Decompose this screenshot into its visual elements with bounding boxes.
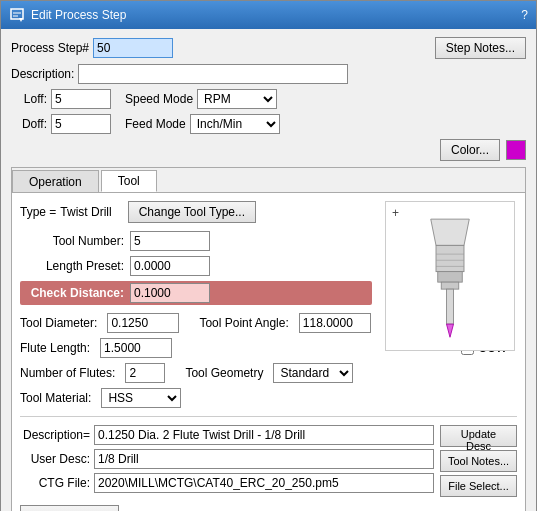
dialog-title: Edit Process Step (31, 8, 126, 22)
loff-speed-row: Loff: Speed Mode RPM SFM SMM (11, 89, 526, 109)
desc-area: Description= User Desc: CTG File: (20, 425, 517, 497)
process-step-row: Process Step# Step Notes... (11, 37, 526, 59)
svg-marker-3 (19, 18, 23, 22)
choose-tool-container: Choose Tool... (20, 505, 517, 511)
svg-rect-7 (441, 282, 459, 289)
flute-length-label: Flute Length: (20, 341, 90, 355)
check-distance-row: Check Distance: (20, 281, 372, 305)
type-value: Twist Drill (60, 205, 111, 219)
file-select-button[interactable]: File Select... (440, 475, 517, 497)
description-section: Description= User Desc: CTG File: (20, 416, 517, 497)
tool-material-select[interactable]: HSS Carbide Cobalt (101, 388, 181, 408)
description-row: Description: (11, 64, 526, 84)
type-label: Type = (20, 205, 56, 219)
tool-point-angle-label: Tool Point Angle: (199, 316, 288, 330)
tabs-container: Operation Tool + (11, 167, 526, 511)
tool-geometry-select[interactable]: Standard Custom (273, 363, 353, 383)
tool-diagram (390, 206, 510, 346)
tab-header: Operation Tool (12, 168, 525, 193)
loff-input[interactable] (51, 89, 111, 109)
process-step-label: Process Step# (11, 41, 89, 55)
process-step-input[interactable] (93, 38, 173, 58)
num-flutes-label: Number of Flutes: (20, 366, 115, 380)
tab-tool[interactable]: Tool (101, 170, 157, 192)
desc-fields: Description= User Desc: CTG File: (20, 425, 434, 493)
flute-length-input[interactable] (100, 338, 172, 358)
color-row: Color... (11, 139, 526, 161)
choose-tool-button[interactable]: Choose Tool... (20, 505, 119, 511)
ctg-file-label: CTG File: (20, 476, 90, 490)
user-desc-input[interactable] (94, 449, 434, 469)
plus-sign: + (392, 206, 399, 220)
svg-marker-9 (447, 324, 454, 337)
length-preset-row: Length Preset: (20, 256, 372, 276)
num-flutes-input[interactable] (125, 363, 165, 383)
feed-mode-label: Feed Mode (125, 117, 186, 131)
description-input[interactable] (78, 64, 348, 84)
tool-notes-button[interactable]: Tool Notes... (440, 450, 517, 472)
tool-diameter-label: Tool Diameter: (20, 316, 97, 330)
dialog-body: Process Step# Step Notes... Description:… (1, 29, 536, 511)
tool-fields-area: Type = Twist Drill Change Tool Type... T… (20, 201, 372, 305)
svg-rect-8 (447, 289, 454, 324)
length-preset-input[interactable] (130, 256, 210, 276)
ctg-file-input[interactable] (94, 473, 434, 493)
svg-rect-5 (436, 245, 464, 271)
svg-rect-0 (11, 9, 23, 19)
tool-material-label: Tool Material: (20, 391, 91, 405)
change-tool-type-button[interactable]: Change Tool Type... (128, 201, 256, 223)
material-row: Tool Material: HSS Carbide Cobalt (20, 388, 517, 408)
tool-desc-input[interactable] (94, 425, 434, 445)
speed-mode-label: Speed Mode (125, 92, 193, 106)
tool-geometry-label: Tool Geometry (185, 366, 263, 380)
doff-input[interactable] (51, 114, 111, 134)
tool-diameter-input[interactable] (107, 313, 179, 333)
color-button[interactable]: Color... (440, 139, 500, 161)
doff-label: Doff: (11, 117, 47, 131)
tool-point-angle-input[interactable] (299, 313, 371, 333)
user-desc-row: User Desc: (20, 449, 434, 469)
length-preset-label: Length Preset: (20, 259, 130, 273)
flutes-geometry-row: Number of Flutes: Tool Geometry Standard… (20, 363, 517, 383)
dialog-icon (9, 7, 25, 23)
tool-number-row: Tool Number: (20, 231, 372, 251)
doff-feed-row: Doff: Feed Mode Inch/Min mm/Min IPR (11, 114, 526, 134)
description-label: Description: (11, 67, 74, 81)
desc-side-buttons: Update Desc Tool Notes... File Select... (440, 425, 517, 497)
check-distance-input[interactable] (130, 283, 210, 303)
tool-desc-label: Description= (20, 428, 90, 442)
title-bar-left: Edit Process Step (9, 7, 126, 23)
edit-process-step-dialog: Edit Process Step ? Process Step# Step N… (0, 0, 537, 511)
svg-rect-6 (438, 272, 463, 283)
title-bar: Edit Process Step ? (1, 1, 536, 29)
tool-tab-content: + (12, 193, 525, 511)
tool-preview-panel: + (385, 201, 515, 351)
tool-number-input[interactable] (130, 231, 210, 251)
tool-number-label: Tool Number: (20, 234, 130, 248)
loff-label: Loff: (11, 92, 47, 106)
desc-value-row: Description= (20, 425, 434, 445)
update-desc-button[interactable]: Update Desc (440, 425, 517, 447)
type-row: Type = Twist Drill Change Tool Type... (20, 201, 372, 223)
feed-mode-select[interactable]: Inch/Min mm/Min IPR (190, 114, 280, 134)
speed-mode-select[interactable]: RPM SFM SMM (197, 89, 277, 109)
svg-marker-4 (431, 219, 470, 245)
ctg-file-row: CTG File: (20, 473, 434, 493)
help-button[interactable]: ? (521, 8, 528, 22)
color-swatch[interactable] (506, 140, 526, 160)
user-desc-label: User Desc: (20, 452, 90, 466)
step-notes-button[interactable]: Step Notes... (435, 37, 526, 59)
tab-operation[interactable]: Operation (12, 170, 99, 192)
check-distance-label: Check Distance: (24, 286, 130, 300)
